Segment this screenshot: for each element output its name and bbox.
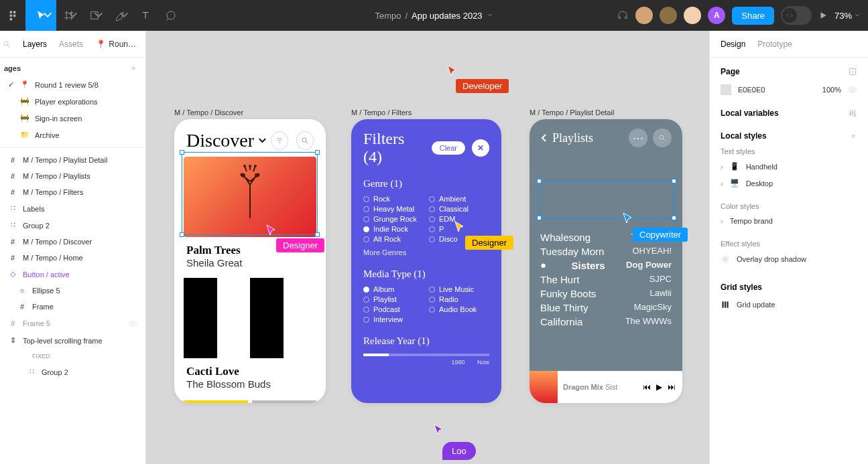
track-row[interactable]: Funky BootsLawlii (540, 287, 672, 301)
filter-option[interactable]: Live Music (429, 285, 489, 293)
export-icon[interactable] (848, 67, 857, 76)
pages-section-header[interactable]: ages (0, 58, 145, 76)
user-avatar[interactable]: A (708, 7, 725, 24)
layer-item[interactable]: #M / Tempo / Home (0, 250, 145, 266)
layer-item[interactable]: #M / Tempo / Discover (0, 234, 145, 250)
filter-option[interactable]: Grunge Rock (363, 215, 424, 223)
zoom-control[interactable]: 73% (834, 11, 860, 21)
page-dropdown[interactable]: 📍 Roun… (96, 40, 136, 49)
color-style-tempo[interactable]: › Tempo brand (710, 213, 868, 229)
layer-item[interactable]: #Frame 5 (0, 315, 145, 332)
layer-item[interactable]: ∷Labels (0, 200, 145, 217)
layer-item[interactable]: ○Ellipse 5 (0, 283, 145, 299)
next-button[interactable]: ⏭ (668, 382, 676, 392)
play-button[interactable]: ▶ (656, 382, 662, 392)
chevron-left-icon[interactable] (540, 133, 547, 143)
headphones-icon[interactable] (617, 9, 629, 21)
prev-button[interactable]: ⏮ (643, 382, 651, 392)
collaborator-avatar[interactable] (684, 7, 701, 24)
frame-label[interactable]: M / Tempo / Playlist Detail (530, 108, 614, 117)
filter-option[interactable]: Ambient (429, 195, 489, 203)
page-item[interactable]: 🚧Player explorations (0, 93, 145, 110)
canvas[interactable]: M / Tempo / Discover M / Tempo / Filters… (146, 31, 709, 464)
selection-handle[interactable] (180, 150, 184, 155)
layer-item[interactable]: #M / Tempo / Playlist Detail (0, 152, 145, 168)
selection-box[interactable] (182, 152, 318, 235)
selection-handle[interactable] (537, 179, 542, 183)
layer-item[interactable]: ⇕Top-level scrolling frame (0, 332, 145, 349)
plus-icon[interactable] (129, 64, 137, 72)
layer-item[interactable]: ∷Group 2 (0, 364, 145, 380)
text-tool[interactable] (133, 0, 158, 31)
track-row[interactable]: SistersDog Power (540, 258, 672, 273)
back-label[interactable]: Playlists (552, 131, 623, 145)
filter-option[interactable]: Indie Rock (363, 225, 424, 233)
dev-mode-toggle[interactable] (781, 6, 812, 25)
selection-box[interactable] (539, 181, 674, 218)
share-button[interactable]: Share (732, 7, 774, 25)
selection-handle[interactable] (315, 232, 320, 237)
shape-tool[interactable] (82, 0, 107, 31)
artboard-playlist[interactable]: Playlists ⋯ WhalesongThe DragsTuesday Mo… (530, 119, 682, 403)
close-button[interactable]: ✕ (472, 139, 489, 157)
track-row[interactable]: The HurtSJPC (540, 273, 672, 287)
layer-item[interactable]: #M / Tempo / Filters (0, 184, 145, 200)
layer-item[interactable]: #M / Tempo / Playlists (0, 168, 145, 184)
tab-prototype[interactable]: Prototype (757, 40, 792, 49)
collaborator-avatar[interactable] (660, 7, 677, 24)
eye-icon[interactable] (848, 85, 857, 94)
selection-handle[interactable] (180, 232, 184, 237)
layer-item[interactable]: ◇Button / active (0, 266, 145, 283)
page-item[interactable]: 🚧Sign-in screen (0, 110, 145, 127)
breadcrumb[interactable]: Tempo / App updates 2023 (375, 11, 493, 21)
more-button[interactable]: ⋯ (629, 129, 647, 147)
layer-item[interactable]: #Frame (0, 299, 145, 315)
filter-option[interactable]: Alt Rock (363, 235, 424, 243)
clear-button[interactable]: Clear (432, 141, 465, 155)
filter-option[interactable]: Rock (363, 195, 424, 203)
year-slider[interactable] (363, 354, 489, 356)
frame-tool[interactable] (56, 0, 82, 31)
selection-handle[interactable] (672, 179, 676, 183)
layer-item[interactable]: FIXED (0, 349, 145, 364)
filter-option[interactable]: Playlist (363, 295, 424, 303)
filter-button[interactable] (271, 131, 288, 150)
filter-option[interactable]: Audio Book (429, 305, 489, 313)
tab-design[interactable]: Design (721, 40, 745, 49)
track-row[interactable]: Tuesday MornOHYEAH! (540, 244, 672, 258)
track-row[interactable]: CaliforniaThe WWWs (540, 315, 672, 329)
frame-label[interactable]: M / Tempo / Filters (351, 108, 412, 117)
selection-handle[interactable] (315, 150, 320, 155)
collaborator-avatar[interactable] (635, 7, 653, 24)
main-menu-button[interactable] (0, 0, 25, 31)
play-icon[interactable] (818, 11, 828, 20)
page-item[interactable]: ✓📍Round 1 review 5/8 (0, 76, 145, 93)
text-style-desktop[interactable]: › 🖥️ Desktop (710, 175, 868, 191)
effect-style-overlay[interactable]: Overlay drop shadow (710, 250, 868, 268)
filter-option[interactable]: Interview (363, 315, 424, 323)
pen-tool[interactable] (107, 0, 133, 31)
color-swatch[interactable] (721, 84, 731, 95)
layer-item[interactable]: ∷Group 2 (0, 217, 145, 234)
local-variables-section[interactable]: Local variables (710, 99, 868, 122)
page-item[interactable]: 📁Archive (0, 127, 145, 143)
filter-option[interactable]: Heavy Metal (363, 205, 424, 213)
text-style-handheld[interactable]: › 📱 Handheld (710, 158, 868, 175)
filter-option[interactable]: Album (363, 285, 424, 293)
grid-style-update[interactable]: Grid update (710, 296, 868, 313)
tab-assets[interactable]: Assets (59, 40, 83, 49)
filter-option[interactable]: Radio (429, 295, 489, 303)
filter-option[interactable]: Classical (429, 205, 489, 213)
search-icon[interactable] (3, 40, 11, 48)
track-row[interactable]: Blue ThirtyMagicSky (540, 301, 672, 315)
frame-label[interactable]: M / Tempo / Discover (174, 108, 243, 117)
comment-tool[interactable] (158, 0, 184, 31)
search-button[interactable] (653, 129, 672, 147)
move-tool[interactable] (25, 0, 56, 31)
plus-icon[interactable] (849, 132, 857, 140)
now-playing-bar[interactable]: Dragon Mix Sist ⏮ ▶ ⏭ (530, 371, 682, 403)
filter-option[interactable]: Podcast (363, 305, 424, 313)
selection-handle[interactable] (672, 216, 676, 220)
page-background-row[interactable]: E0E0E0 100% (710, 80, 868, 99)
sliders-icon[interactable] (848, 108, 857, 118)
